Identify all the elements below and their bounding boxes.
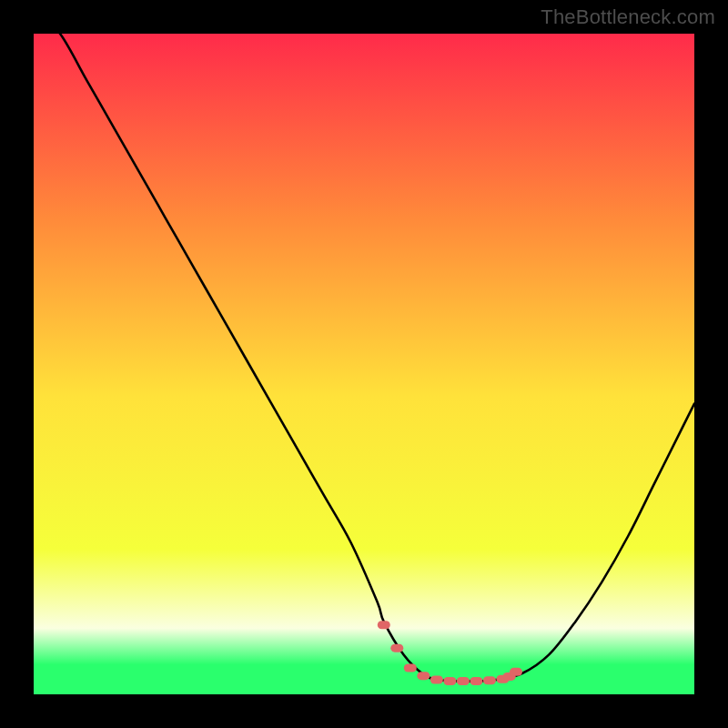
- marker-dot: [510, 668, 522, 676]
- watermark-text: TheBottleneck.com: [541, 5, 715, 29]
- marker-dot: [443, 677, 456, 685]
- marker-dot: [483, 676, 496, 684]
- marker-dot: [430, 676, 443, 684]
- marker-dot: [457, 677, 470, 685]
- gradient-bg: [34, 34, 694, 694]
- marker-dot: [378, 621, 390, 629]
- chart-plot-area: [34, 34, 694, 694]
- chart-svg: [34, 34, 694, 694]
- marker-dot: [404, 663, 417, 672]
- marker-dot: [470, 677, 482, 685]
- marker-dot: [390, 644, 403, 652]
- marker-dot: [417, 672, 430, 680]
